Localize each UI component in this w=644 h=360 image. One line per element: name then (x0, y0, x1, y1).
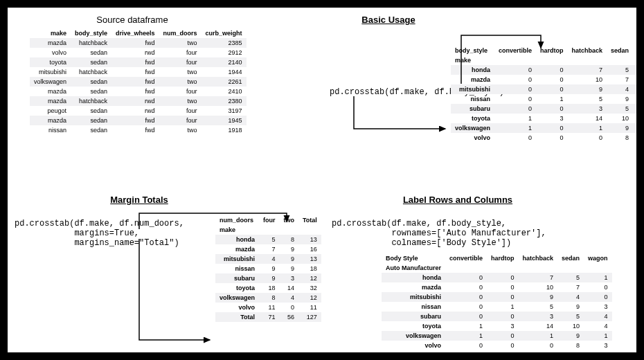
cell: two (159, 38, 202, 48)
cell: 0 (584, 292, 612, 302)
cell: 10 (557, 321, 584, 331)
label-code: pd.crosstab(df.make, df.body_style, rown… (332, 219, 546, 248)
cell: 0 (445, 302, 487, 312)
cell: 3197 (202, 106, 247, 116)
cell: 4 (584, 321, 612, 331)
row-header: toyota (451, 114, 494, 123)
cell: fwd (111, 67, 159, 77)
cell: 0 (536, 133, 568, 143)
cell: 0 (280, 303, 299, 312)
cell: 0 (536, 84, 568, 94)
cell: 0 (445, 292, 487, 302)
row-header: honda (451, 65, 494, 75)
cell: sedan (71, 116, 111, 125)
cell: rwd (111, 96, 159, 106)
margin-title: Margin Totals (91, 195, 188, 205)
table-row: toyota1314104 (382, 321, 612, 331)
cell: 1 (584, 273, 612, 282)
table-row: nissan01593 (382, 302, 612, 312)
cell: nissan (30, 125, 71, 135)
cell: 0 (536, 65, 568, 75)
table-row: nissan9918 (215, 264, 321, 273)
cell: 5 (557, 312, 584, 321)
cell: 0 (536, 104, 568, 114)
cell: 9 (280, 254, 299, 264)
cell: 1 (445, 321, 487, 331)
row-header: mitsubishi (215, 254, 259, 264)
table-row: nissansedanfwdtwo1918 (30, 125, 247, 135)
cell: 127 (298, 312, 321, 322)
cell: mazda (30, 38, 71, 48)
cell: 8 (607, 133, 633, 143)
cell: 0 (445, 282, 487, 292)
cell: 10 (568, 75, 607, 84)
table-row: volvosedanrwdfour2912 (30, 48, 247, 57)
col-header: hardtop (536, 46, 568, 55)
cell: 0 (568, 133, 607, 143)
cell: 7 (519, 273, 558, 282)
table-row: nissan01593 (451, 94, 636, 104)
cell: 2385 (202, 38, 247, 48)
col-header: wagon (584, 253, 612, 263)
cell: fwd (111, 116, 159, 125)
col-header: hatchback (568, 46, 607, 55)
table-row: mitsubishihatchbackfwdtwo1944 (30, 67, 247, 77)
col-header: four (259, 215, 280, 225)
table-row: toyota181432 (215, 283, 321, 293)
cell: 32 (298, 283, 321, 293)
cell: 4 (259, 254, 280, 264)
table-row: mitsubishi00940 (451, 84, 636, 94)
cell: 1 (494, 123, 536, 133)
table-row: volvo00083 (451, 133, 636, 143)
col-header: two (280, 215, 299, 225)
row-header: mitsubishi (451, 84, 494, 94)
cell: 1 (445, 331, 487, 341)
cell: 1 (519, 331, 558, 341)
cell: 5 (607, 65, 633, 75)
row-header: volvo (215, 303, 259, 312)
cell: fwd (111, 38, 159, 48)
margin-table: num_doorsfourtwoTotalmake honda5813mazda… (215, 215, 321, 322)
cell: 8 (259, 293, 280, 303)
row-header: toyota (215, 283, 259, 293)
cell: fwd (111, 57, 159, 67)
cell: 1 (536, 94, 568, 104)
cell: four (159, 116, 202, 125)
cell: 1 (633, 123, 636, 133)
table-row: honda00751 (382, 273, 612, 282)
cell: 3 (633, 94, 636, 104)
cell: 8 (557, 341, 584, 350)
cell: 1 (487, 302, 519, 312)
cell: fwd (111, 77, 159, 87)
cell: sedan (71, 125, 111, 135)
col-label: num_doors (215, 215, 259, 225)
cell: 0 (487, 331, 519, 341)
row-header: subaru (382, 312, 445, 321)
cell: 3 (584, 341, 612, 350)
source-col-header: make (30, 28, 71, 38)
table-row: mazda001070 (451, 75, 636, 84)
cell: 0 (487, 341, 519, 350)
table-row: toyotasedanfwdfour2140 (30, 57, 247, 67)
row-header: honda (382, 273, 445, 282)
cell: 0 (487, 282, 519, 292)
cell: 0 (445, 273, 487, 282)
basic-title: Basic Usage (333, 15, 444, 25)
col-header: hatchback (519, 253, 558, 263)
cell: 3 (487, 321, 519, 331)
canvas: Source dataframe makebody_styledrive_whe… (8, 8, 636, 352)
cell: 71 (259, 312, 280, 322)
cell: volkswagen (30, 77, 71, 87)
cell: 9 (519, 292, 558, 302)
cell: 13 (298, 254, 321, 264)
cell: hatchback (71, 38, 111, 48)
cell: sedan (71, 48, 111, 57)
cell: 14 (568, 114, 607, 123)
cell: 2380 (202, 96, 247, 106)
table-row: subaru00354 (382, 312, 612, 321)
row-header: volvo (382, 341, 445, 350)
cell: 9 (280, 264, 299, 273)
cell: 10 (519, 282, 558, 292)
label-table: Body Styleconvertiblehardtophatchbacksed… (382, 253, 612, 350)
cell: 5 (519, 302, 558, 312)
